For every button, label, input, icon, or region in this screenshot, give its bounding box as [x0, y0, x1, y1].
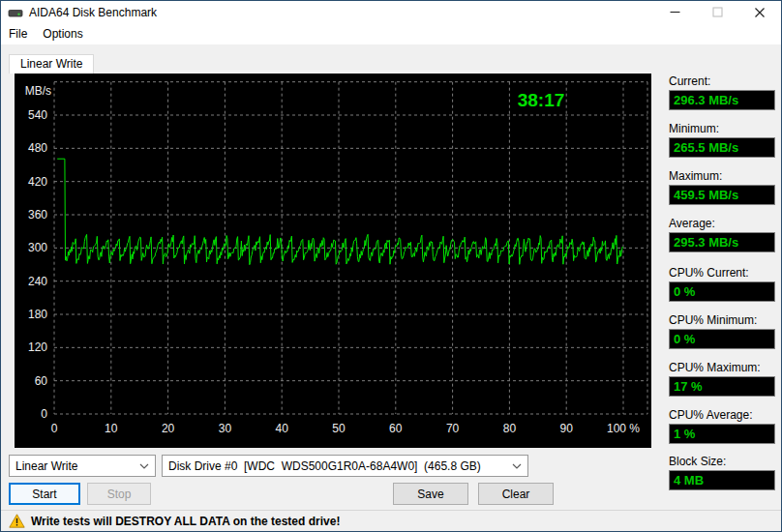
- stat-value: 295.3 MB/s: [669, 232, 775, 252]
- svg-text:300: 300: [28, 241, 47, 254]
- clear-button[interactable]: Clear: [478, 483, 554, 505]
- stat-cpu-maximum: CPU% Maximum: 17 %: [669, 361, 775, 397]
- chevron-down-icon: [506, 456, 527, 476]
- stat-value: 265.5 MB/s: [669, 137, 775, 158]
- svg-text:60: 60: [389, 422, 403, 435]
- tab-linear-write[interactable]: Linear Write: [9, 54, 94, 74]
- svg-text:240: 240: [28, 275, 47, 288]
- svg-text:MB/s: MB/s: [25, 84, 51, 98]
- disk-drive-value: Disk Drive #0 [WDC WDS500G1R0A-68A4W0] (…: [168, 459, 506, 473]
- svg-text:480: 480: [28, 141, 47, 155]
- svg-text:540: 540: [28, 108, 47, 122]
- close-button[interactable]: [738, 1, 781, 23]
- stat-value: 0 %: [669, 281, 775, 302]
- svg-text:40: 40: [276, 422, 289, 435]
- stat-label: CPU% Average:: [669, 408, 775, 422]
- stat-cpu-average: CPU% Average: 1 %: [669, 408, 775, 444]
- title-bar: AIDA64 Disk Benchmark: [1, 1, 781, 23]
- stat-value: 0 %: [669, 329, 775, 349]
- svg-text:20: 20: [162, 422, 175, 435]
- stat-label: Minimum:: [669, 122, 775, 135]
- stat-label: Maximum:: [669, 169, 775, 183]
- disk-drive-icon: [8, 5, 23, 20]
- stat-label: CPU% Maximum:: [669, 361, 775, 374]
- stat-maximum: Maximum: 459.5 MB/s: [669, 169, 775, 205]
- stat-label: Block Size:: [669, 455, 775, 468]
- stat-cpu-minimum: CPU% Minimum: 0 %: [669, 313, 775, 349]
- benchmark-chart-panel: 060120180240300360420480540MB/s010203040…: [15, 74, 651, 448]
- svg-text:38:17: 38:17: [518, 90, 565, 110]
- stat-average: Average: 295.3 MB/s: [669, 217, 775, 252]
- svg-text:360: 360: [28, 208, 47, 222]
- svg-text:90: 90: [560, 422, 574, 435]
- menu-options[interactable]: Options: [35, 23, 90, 44]
- stat-value: 296.3 MB/s: [669, 90, 775, 110]
- app-window: AIDA64 Disk Benchmark File Options Linea…: [0, 0, 782, 532]
- stat-value: 1 %: [669, 424, 775, 444]
- menu-file[interactable]: File: [1, 23, 35, 44]
- stop-button[interactable]: Stop: [87, 483, 151, 505]
- svg-text:80: 80: [503, 422, 517, 435]
- stat-block-size: Block Size: 4 MB: [669, 455, 775, 490]
- svg-text:120: 120: [28, 340, 47, 354]
- warning-icon: [9, 514, 25, 528]
- stat-current: Current: 296.3 MB/s: [669, 74, 775, 110]
- stat-label: CPU% Minimum:: [669, 313, 775, 327]
- svg-text:0: 0: [51, 422, 58, 435]
- svg-text:60: 60: [35, 374, 48, 388]
- stat-label: Average:: [669, 217, 775, 230]
- svg-text:70: 70: [446, 422, 460, 435]
- status-message: Write tests will DESTROY ALL DATA on the…: [31, 515, 340, 528]
- stat-value: 4 MB: [669, 470, 775, 490]
- svg-text:10: 10: [105, 422, 118, 435]
- svg-text:0: 0: [41, 407, 47, 421]
- minimize-icon: [670, 7, 680, 17]
- svg-text:420: 420: [28, 175, 47, 189]
- close-icon: [754, 7, 766, 18]
- start-button[interactable]: Start: [9, 483, 80, 505]
- svg-text:100 %: 100 %: [607, 422, 640, 435]
- stat-label: Current:: [669, 74, 775, 88]
- svg-text:180: 180: [28, 308, 47, 321]
- test-type-value: Linear Write: [15, 459, 134, 473]
- maximize-icon: [712, 7, 723, 17]
- svg-text:30: 30: [219, 422, 232, 435]
- chevron-down-icon: [134, 456, 155, 476]
- save-button[interactable]: Save: [393, 483, 468, 505]
- stat-label: CPU% Current:: [669, 266, 775, 280]
- benchmark-chart: 060120180240300360420480540MB/s010203040…: [15, 74, 651, 448]
- minimize-button[interactable]: [653, 1, 696, 23]
- stat-cpu-current: CPU% Current: 0 %: [669, 266, 775, 302]
- svg-text:50: 50: [332, 422, 346, 435]
- menu-bar: File Options: [1, 23, 781, 44]
- stat-value: 459.5 MB/s: [669, 185, 775, 205]
- maximize-button[interactable]: [696, 1, 738, 23]
- window-title: AIDA64 Disk Benchmark: [29, 6, 157, 19]
- test-type-select[interactable]: Linear Write: [9, 455, 156, 477]
- stat-minimum: Minimum: 265.5 MB/s: [669, 122, 775, 158]
- disk-drive-select[interactable]: Disk Drive #0 [WDC WDS500G1R0A-68A4W0] (…: [162, 455, 528, 477]
- stat-value: 17 %: [669, 376, 775, 397]
- status-bar: Write tests will DESTROY ALL DATA on the…: [1, 510, 781, 531]
